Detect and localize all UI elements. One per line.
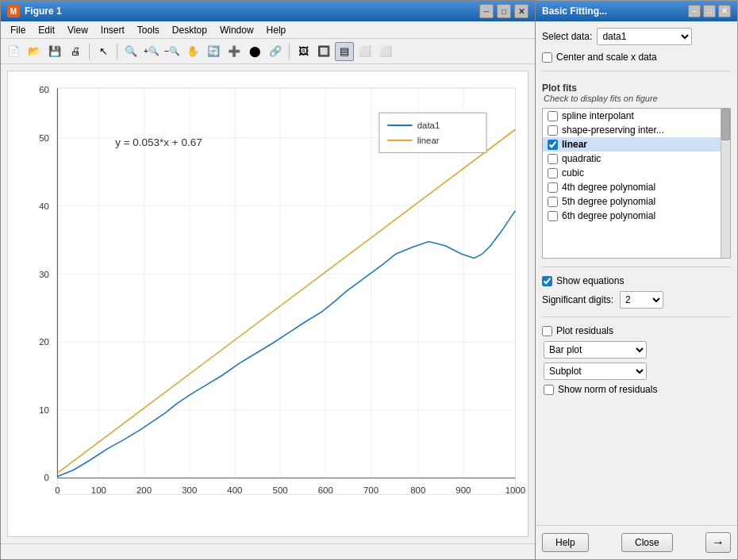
insert-colorbar-button[interactable]: 🖼 [294,42,313,61]
close-button[interactable]: Close [621,533,673,552]
fit-checkbox-shape[interactable] [548,125,558,136]
svg-text:0: 0 [44,473,49,482]
plot-area: 0 10 20 30 40 50 60 0 100 200 300 400 50… [7,71,529,537]
fit-label-5th: 5th degree polynomial [562,196,655,207]
toolbar-sep-2 [117,44,117,59]
more-button[interactable]: ⬜ [376,42,395,61]
minimize-button[interactable]: ─ [479,4,494,18]
center-scale-checkbox[interactable] [542,52,552,63]
fit-item-shape[interactable]: shape-preserving inter... [543,123,730,137]
rotate-button[interactable]: 🔄 [204,42,223,61]
close-button[interactable]: ✕ [514,4,529,18]
panel-close-button[interactable]: ✕ [718,5,731,17]
sig-digits-label: Significant digits: [542,294,613,305]
plot-tools-button[interactable]: ▤ [335,42,354,61]
axes-button[interactable]: ⬜ [356,42,375,61]
svg-text:linear: linear [417,136,440,145]
menu-help[interactable]: Help [260,23,293,37]
divider-3 [542,316,731,317]
show-norm-row: Show norm of residuals [544,384,731,395]
insert-legend-button[interactable]: 🔲 [314,42,333,61]
center-scale-row: Center and scale x data [542,52,731,63]
plot-fits-section: Plot fits Check to display fits on figur… [542,79,731,103]
subplot-dropdown[interactable]: Subplot Separate figure [544,362,647,380]
divider-2 [542,267,731,267]
svg-text:100: 100 [91,485,106,495]
select-data-row: Select data: data1 [542,28,731,45]
svg-text:30: 30 [39,269,49,278]
panel-title: Basic Fitting... [542,6,607,17]
select-data-dropdown[interactable]: data1 [597,28,692,45]
show-norm-checkbox[interactable] [544,385,554,395]
fit-label-6th: 6th degree polynomial [562,210,655,221]
new-figure-button[interactable]: 📄 [4,42,23,61]
plot-residuals-label: Plot residuals [556,325,613,336]
svg-text:500: 500 [273,485,288,495]
next-button[interactable]: → [705,532,731,553]
figure-title-bar: M Figure 1 ─ □ ✕ [1,1,535,21]
fit-item-4th[interactable]: 4th degree polynomial [543,180,730,194]
zoom-minus-button[interactable]: −🔍 [163,42,182,61]
fit-checkbox-4th[interactable] [548,182,558,193]
panel-maximize-button[interactable]: □ [703,5,716,17]
menu-desktop[interactable]: Desktop [166,23,213,37]
fit-list-scrollbar[interactable] [721,109,730,258]
fit-list-scrollbar-thumb[interactable] [721,109,730,140]
svg-text:40: 40 [39,201,49,211]
fit-checkbox-cubic[interactable] [548,168,558,178]
fit-item-spline[interactable]: spline interpolant [543,109,730,123]
fit-label-quadratic: quadratic [562,153,601,164]
fit-item-6th[interactable]: 6th degree polynomial [543,209,730,223]
fit-item-5th[interactable]: 5th degree polynomial [543,194,730,209]
menu-insert[interactable]: Insert [94,23,131,37]
residuals-group: Bar plot Line plot Stem plot Subplot Sep… [544,341,731,395]
open-button[interactable]: 📂 [25,42,44,61]
sig-digits-row: Significant digits: 2 1 3 4 5 [542,291,731,309]
select-button[interactable]: ↖ [94,42,113,61]
link-button[interactable]: 🔗 [266,42,285,61]
panel-body: Select data: data1 Center and scale x da… [536,21,737,525]
fit-item-cubic[interactable]: cubic [543,166,730,180]
svg-text:300: 300 [182,485,197,495]
sig-digits-dropdown[interactable]: 2 1 3 4 5 [620,291,663,309]
svg-text:60: 60 [39,85,49,94]
panel-minimize-button[interactable]: ─ [688,5,701,17]
maximize-button[interactable]: □ [497,4,511,18]
svg-text:0: 0 [55,485,60,495]
fit-checkbox-spline[interactable] [548,111,558,121]
zoom-in-button[interactable]: 🔍 [121,42,140,61]
brush-button[interactable]: ⬤ [245,42,264,61]
toolbar-sep-3 [289,44,290,59]
menu-file[interactable]: File [4,23,32,37]
plot-residuals-checkbox[interactable] [542,326,552,336]
fit-item-quadratic[interactable]: quadratic [543,152,730,166]
menu-window[interactable]: Window [213,23,260,37]
svg-text:20: 20 [39,337,49,347]
svg-text:600: 600 [318,485,333,495]
fit-label-cubic: cubic [562,167,584,178]
show-equations-row: Show equations [542,275,731,286]
toolbar: 📄 📂 💾 🖨 ↖ 🔍 +🔍 −🔍 ✋ 🔄 ➕ ⬤ 🔗 🖼 🔲 ▤ ⬜ ⬜ [1,39,535,64]
help-button[interactable]: Help [542,533,589,552]
menu-view[interactable]: View [61,23,94,37]
menu-edit[interactable]: Edit [32,23,61,37]
svg-text:1000: 1000 [505,485,525,495]
print-button[interactable]: 🖨 [66,42,85,61]
datacursor-button[interactable]: ➕ [225,42,244,61]
figure-window: M Figure 1 ─ □ ✕ File Edit View Insert T… [0,0,536,560]
menu-tools[interactable]: Tools [131,23,166,37]
show-equations-checkbox[interactable] [542,276,552,286]
fit-item-linear[interactable]: linear [543,137,730,152]
fit-label-linear: linear [562,139,587,150]
fit-label-shape: shape-preserving inter... [562,125,664,136]
zoom-plus-button[interactable]: +🔍 [142,42,161,61]
fit-checkbox-6th[interactable] [548,211,558,221]
pan-button[interactable]: ✋ [183,42,202,61]
save-button[interactable]: 💾 [45,42,64,61]
fit-checkbox-quadratic[interactable] [548,154,558,164]
svg-text:700: 700 [363,485,379,495]
bar-plot-dropdown[interactable]: Bar plot Line plot Stem plot [544,341,647,359]
plot-svg: 0 10 20 30 40 50 60 0 100 200 300 400 50… [8,71,528,536]
fit-checkbox-linear[interactable] [548,140,558,150]
fit-checkbox-5th[interactable] [548,197,558,207]
